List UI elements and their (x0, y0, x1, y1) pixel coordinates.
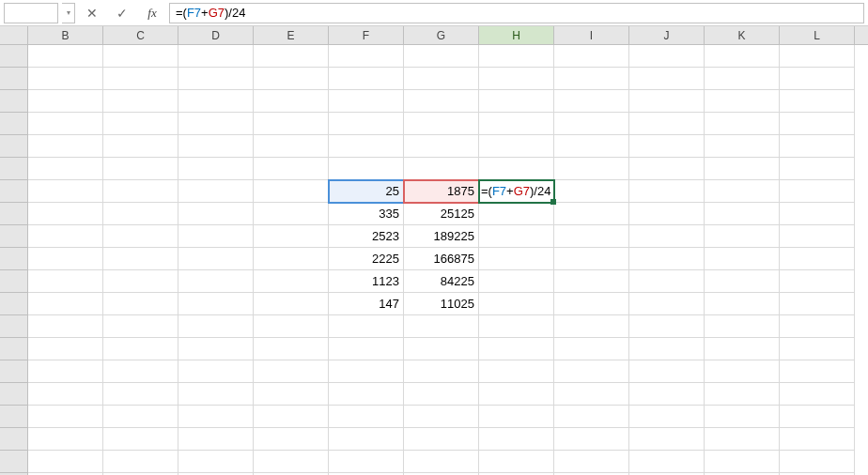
cell-D3[interactable] (178, 90, 254, 113)
cell-B16[interactable] (28, 383, 103, 406)
cell-D12[interactable] (178, 293, 254, 315)
cell-F16[interactable] (329, 383, 404, 406)
cell-B5[interactable] (28, 135, 103, 158)
cell-C8[interactable] (103, 203, 178, 225)
row-header[interactable] (0, 203, 28, 225)
cell-I15[interactable] (554, 360, 629, 383)
cell-E8[interactable] (254, 203, 329, 225)
cell-K8[interactable] (705, 203, 780, 225)
cell-L15[interactable] (780, 360, 855, 383)
cell-C19[interactable] (103, 451, 178, 473)
fill-handle[interactable] (550, 199, 556, 205)
cell-H14[interactable] (479, 338, 554, 360)
cell-J8[interactable] (629, 203, 705, 225)
cell-F6[interactable] (329, 158, 404, 180)
select-all-corner[interactable] (0, 26, 28, 44)
cell-E3[interactable] (254, 90, 329, 113)
name-box-dropdown[interactable]: ▾ (62, 3, 75, 23)
cell-C5[interactable] (103, 135, 178, 158)
cell-E4[interactable] (254, 113, 329, 135)
cell-J16[interactable] (629, 383, 705, 406)
column-header-E[interactable]: E (254, 26, 329, 44)
row-header[interactable] (0, 360, 28, 383)
cell-H6[interactable] (479, 158, 554, 180)
cell-I2[interactable] (554, 68, 629, 90)
cell-J1[interactable] (629, 45, 705, 68)
row-header[interactable] (0, 406, 28, 428)
cell-E13[interactable] (254, 315, 329, 338)
cell-H18[interactable] (479, 428, 554, 451)
cell-G9[interactable]: 189225 (404, 225, 479, 248)
cell-D4[interactable] (178, 113, 254, 135)
cell-F12[interactable]: 147 (329, 293, 404, 315)
cell-D10[interactable] (178, 248, 254, 270)
cell-H8[interactable] (479, 203, 554, 225)
cell-K6[interactable] (705, 158, 780, 180)
cell-B8[interactable] (28, 203, 103, 225)
cell-D11[interactable] (178, 270, 254, 293)
cell-E19[interactable] (254, 451, 329, 473)
cell-H10[interactable] (479, 248, 554, 270)
cell-H17[interactable] (479, 406, 554, 428)
cell-C18[interactable] (103, 428, 178, 451)
cell-B18[interactable] (28, 428, 103, 451)
row-header[interactable] (0, 270, 28, 293)
column-header-D[interactable]: D (178, 26, 254, 44)
cell-J9[interactable] (629, 225, 705, 248)
cell-E18[interactable] (254, 428, 329, 451)
cell-I7[interactable] (554, 180, 629, 203)
cell-D2[interactable] (178, 68, 254, 90)
cell-F4[interactable] (329, 113, 404, 135)
cell-B13[interactable] (28, 315, 103, 338)
cell-G16[interactable] (404, 383, 479, 406)
cell-F11[interactable]: 1123 (329, 270, 404, 293)
row-header[interactable] (0, 90, 28, 113)
row-header[interactable] (0, 248, 28, 270)
cell-L6[interactable] (780, 158, 855, 180)
cell-J13[interactable] (629, 315, 705, 338)
cell-E1[interactable] (254, 45, 329, 68)
cell-D6[interactable] (178, 158, 254, 180)
cell-E11[interactable] (254, 270, 329, 293)
cell-J7[interactable] (629, 180, 705, 203)
row-header[interactable] (0, 68, 28, 90)
cell-H4[interactable] (479, 113, 554, 135)
cell-C17[interactable] (103, 406, 178, 428)
cell-B17[interactable] (28, 406, 103, 428)
cell-B1[interactable] (28, 45, 103, 68)
cell-K19[interactable] (705, 451, 780, 473)
cell-H2[interactable] (479, 68, 554, 90)
cell-C16[interactable] (103, 383, 178, 406)
row-header[interactable] (0, 293, 28, 315)
cell-E5[interactable] (254, 135, 329, 158)
cancel-button[interactable]: ✕ (79, 3, 105, 23)
cell-L18[interactable] (780, 428, 855, 451)
cell-J17[interactable] (629, 406, 705, 428)
cell-B9[interactable] (28, 225, 103, 248)
cell-D18[interactable] (178, 428, 254, 451)
cell-C6[interactable] (103, 158, 178, 180)
row-header[interactable] (0, 113, 28, 135)
column-header-K[interactable]: K (705, 26, 780, 44)
column-header-L[interactable]: L (780, 26, 855, 44)
cell-H12[interactable] (479, 293, 554, 315)
cell-K1[interactable] (705, 45, 780, 68)
cell-C10[interactable] (103, 248, 178, 270)
cell-F15[interactable] (329, 360, 404, 383)
insert-function-button[interactable]: fx (139, 3, 165, 23)
cell-F18[interactable] (329, 428, 404, 451)
cell-K10[interactable] (705, 248, 780, 270)
cell-F2[interactable] (329, 68, 404, 90)
row-header[interactable] (0, 338, 28, 360)
cell-E7[interactable] (254, 180, 329, 203)
column-header-C[interactable]: C (103, 26, 178, 44)
cell-J4[interactable] (629, 113, 705, 135)
cell-K7[interactable] (705, 180, 780, 203)
cell-G6[interactable] (404, 158, 479, 180)
cell-C14[interactable] (103, 338, 178, 360)
cell-J5[interactable] (629, 135, 705, 158)
cell-G15[interactable] (404, 360, 479, 383)
cell-J6[interactable] (629, 158, 705, 180)
cell-H11[interactable] (479, 270, 554, 293)
cell-D9[interactable] (178, 225, 254, 248)
